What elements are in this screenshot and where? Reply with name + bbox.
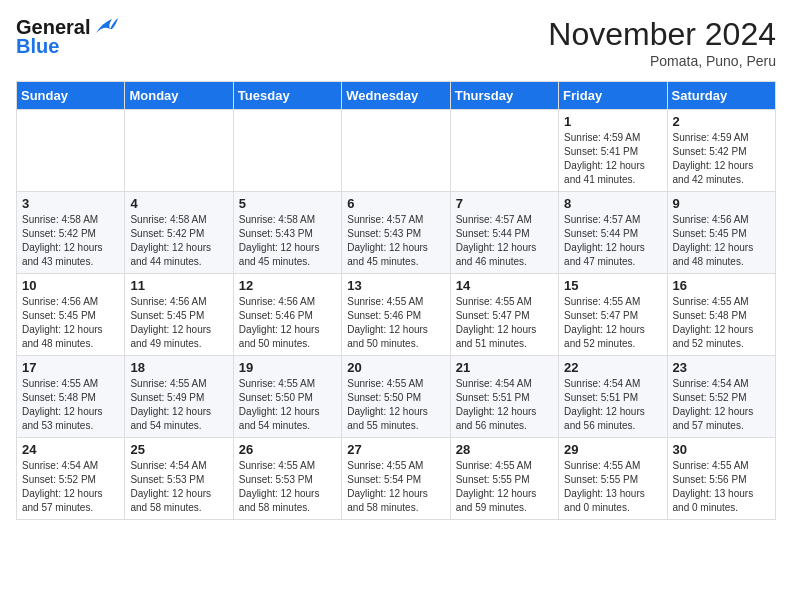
- day-info: Sunrise: 4:56 AM Sunset: 5:45 PM Dayligh…: [673, 213, 770, 269]
- calendar-week-4: 17Sunrise: 4:55 AM Sunset: 5:48 PM Dayli…: [17, 356, 776, 438]
- calendar-cell: 11Sunrise: 4:56 AM Sunset: 5:45 PM Dayli…: [125, 274, 233, 356]
- day-number: 2: [673, 114, 770, 129]
- day-info: Sunrise: 4:58 AM Sunset: 5:42 PM Dayligh…: [130, 213, 227, 269]
- day-info: Sunrise: 4:55 AM Sunset: 5:55 PM Dayligh…: [564, 459, 661, 515]
- calendar-body: 1Sunrise: 4:59 AM Sunset: 5:41 PM Daylig…: [17, 110, 776, 520]
- calendar-cell: 9Sunrise: 4:56 AM Sunset: 5:45 PM Daylig…: [667, 192, 775, 274]
- calendar-cell: [17, 110, 125, 192]
- calendar-table: SundayMondayTuesdayWednesdayThursdayFrid…: [16, 81, 776, 520]
- calendar-week-1: 1Sunrise: 4:59 AM Sunset: 5:41 PM Daylig…: [17, 110, 776, 192]
- logo: General Blue: [16, 16, 120, 58]
- calendar-cell: 18Sunrise: 4:55 AM Sunset: 5:49 PM Dayli…: [125, 356, 233, 438]
- day-info: Sunrise: 4:57 AM Sunset: 5:44 PM Dayligh…: [564, 213, 661, 269]
- calendar-cell: 25Sunrise: 4:54 AM Sunset: 5:53 PM Dayli…: [125, 438, 233, 520]
- day-number: 21: [456, 360, 553, 375]
- day-info: Sunrise: 4:55 AM Sunset: 5:46 PM Dayligh…: [347, 295, 444, 351]
- weekday-header-monday: Monday: [125, 82, 233, 110]
- calendar-header: SundayMondayTuesdayWednesdayThursdayFrid…: [17, 82, 776, 110]
- weekday-header-saturday: Saturday: [667, 82, 775, 110]
- month-title: November 2024: [548, 16, 776, 53]
- day-number: 28: [456, 442, 553, 457]
- calendar-cell: 10Sunrise: 4:56 AM Sunset: 5:45 PM Dayli…: [17, 274, 125, 356]
- calendar-week-5: 24Sunrise: 4:54 AM Sunset: 5:52 PM Dayli…: [17, 438, 776, 520]
- weekday-header-friday: Friday: [559, 82, 667, 110]
- logo-bird-icon: [92, 15, 120, 37]
- day-info: Sunrise: 4:57 AM Sunset: 5:44 PM Dayligh…: [456, 213, 553, 269]
- day-number: 13: [347, 278, 444, 293]
- calendar-week-2: 3Sunrise: 4:58 AM Sunset: 5:42 PM Daylig…: [17, 192, 776, 274]
- day-number: 12: [239, 278, 336, 293]
- day-number: 8: [564, 196, 661, 211]
- day-number: 24: [22, 442, 119, 457]
- day-number: 18: [130, 360, 227, 375]
- page-header: General Blue November 2024 Pomata, Puno,…: [16, 16, 776, 69]
- calendar-cell: 12Sunrise: 4:56 AM Sunset: 5:46 PM Dayli…: [233, 274, 341, 356]
- day-info: Sunrise: 4:55 AM Sunset: 5:47 PM Dayligh…: [564, 295, 661, 351]
- day-number: 3: [22, 196, 119, 211]
- day-number: 22: [564, 360, 661, 375]
- day-number: 25: [130, 442, 227, 457]
- day-info: Sunrise: 4:54 AM Sunset: 5:52 PM Dayligh…: [673, 377, 770, 433]
- calendar-cell: 8Sunrise: 4:57 AM Sunset: 5:44 PM Daylig…: [559, 192, 667, 274]
- calendar-cell: 14Sunrise: 4:55 AM Sunset: 5:47 PM Dayli…: [450, 274, 558, 356]
- day-number: 14: [456, 278, 553, 293]
- day-number: 16: [673, 278, 770, 293]
- day-number: 15: [564, 278, 661, 293]
- day-info: Sunrise: 4:55 AM Sunset: 5:48 PM Dayligh…: [673, 295, 770, 351]
- day-number: 7: [456, 196, 553, 211]
- calendar-cell: 30Sunrise: 4:55 AM Sunset: 5:56 PM Dayli…: [667, 438, 775, 520]
- calendar-cell: 5Sunrise: 4:58 AM Sunset: 5:43 PM Daylig…: [233, 192, 341, 274]
- calendar-cell: 20Sunrise: 4:55 AM Sunset: 5:50 PM Dayli…: [342, 356, 450, 438]
- day-number: 5: [239, 196, 336, 211]
- calendar-cell: 6Sunrise: 4:57 AM Sunset: 5:43 PM Daylig…: [342, 192, 450, 274]
- day-info: Sunrise: 4:55 AM Sunset: 5:55 PM Dayligh…: [456, 459, 553, 515]
- day-info: Sunrise: 4:54 AM Sunset: 5:51 PM Dayligh…: [456, 377, 553, 433]
- calendar-cell: 22Sunrise: 4:54 AM Sunset: 5:51 PM Dayli…: [559, 356, 667, 438]
- day-number: 29: [564, 442, 661, 457]
- day-info: Sunrise: 4:55 AM Sunset: 5:48 PM Dayligh…: [22, 377, 119, 433]
- day-info: Sunrise: 4:56 AM Sunset: 5:45 PM Dayligh…: [130, 295, 227, 351]
- weekday-header-thursday: Thursday: [450, 82, 558, 110]
- calendar-cell: 21Sunrise: 4:54 AM Sunset: 5:51 PM Dayli…: [450, 356, 558, 438]
- calendar-cell: [125, 110, 233, 192]
- weekday-header-sunday: Sunday: [17, 82, 125, 110]
- day-number: 30: [673, 442, 770, 457]
- day-info: Sunrise: 4:58 AM Sunset: 5:43 PM Dayligh…: [239, 213, 336, 269]
- calendar-cell: 26Sunrise: 4:55 AM Sunset: 5:53 PM Dayli…: [233, 438, 341, 520]
- calendar-cell: 17Sunrise: 4:55 AM Sunset: 5:48 PM Dayli…: [17, 356, 125, 438]
- location-text: Pomata, Puno, Peru: [548, 53, 776, 69]
- day-number: 20: [347, 360, 444, 375]
- day-number: 4: [130, 196, 227, 211]
- day-info: Sunrise: 4:58 AM Sunset: 5:42 PM Dayligh…: [22, 213, 119, 269]
- calendar-cell: 28Sunrise: 4:55 AM Sunset: 5:55 PM Dayli…: [450, 438, 558, 520]
- calendar-cell: [342, 110, 450, 192]
- day-number: 27: [347, 442, 444, 457]
- day-number: 10: [22, 278, 119, 293]
- day-number: 1: [564, 114, 661, 129]
- calendar-cell: 13Sunrise: 4:55 AM Sunset: 5:46 PM Dayli…: [342, 274, 450, 356]
- day-info: Sunrise: 4:55 AM Sunset: 5:53 PM Dayligh…: [239, 459, 336, 515]
- day-info: Sunrise: 4:55 AM Sunset: 5:50 PM Dayligh…: [239, 377, 336, 433]
- calendar-cell: 27Sunrise: 4:55 AM Sunset: 5:54 PM Dayli…: [342, 438, 450, 520]
- calendar-cell: 19Sunrise: 4:55 AM Sunset: 5:50 PM Dayli…: [233, 356, 341, 438]
- calendar-cell: 24Sunrise: 4:54 AM Sunset: 5:52 PM Dayli…: [17, 438, 125, 520]
- calendar-cell: 16Sunrise: 4:55 AM Sunset: 5:48 PM Dayli…: [667, 274, 775, 356]
- calendar-cell: 2Sunrise: 4:59 AM Sunset: 5:42 PM Daylig…: [667, 110, 775, 192]
- weekday-header-tuesday: Tuesday: [233, 82, 341, 110]
- day-number: 6: [347, 196, 444, 211]
- day-info: Sunrise: 4:55 AM Sunset: 5:54 PM Dayligh…: [347, 459, 444, 515]
- day-info: Sunrise: 4:59 AM Sunset: 5:41 PM Dayligh…: [564, 131, 661, 187]
- day-info: Sunrise: 4:59 AM Sunset: 5:42 PM Dayligh…: [673, 131, 770, 187]
- day-info: Sunrise: 4:54 AM Sunset: 5:51 PM Dayligh…: [564, 377, 661, 433]
- day-info: Sunrise: 4:54 AM Sunset: 5:53 PM Dayligh…: [130, 459, 227, 515]
- calendar-week-3: 10Sunrise: 4:56 AM Sunset: 5:45 PM Dayli…: [17, 274, 776, 356]
- day-number: 9: [673, 196, 770, 211]
- day-info: Sunrise: 4:55 AM Sunset: 5:56 PM Dayligh…: [673, 459, 770, 515]
- day-number: 23: [673, 360, 770, 375]
- day-number: 19: [239, 360, 336, 375]
- calendar-cell: 7Sunrise: 4:57 AM Sunset: 5:44 PM Daylig…: [450, 192, 558, 274]
- calendar-cell: 15Sunrise: 4:55 AM Sunset: 5:47 PM Dayli…: [559, 274, 667, 356]
- weekday-header-row: SundayMondayTuesdayWednesdayThursdayFrid…: [17, 82, 776, 110]
- day-info: Sunrise: 4:56 AM Sunset: 5:46 PM Dayligh…: [239, 295, 336, 351]
- day-info: Sunrise: 4:55 AM Sunset: 5:50 PM Dayligh…: [347, 377, 444, 433]
